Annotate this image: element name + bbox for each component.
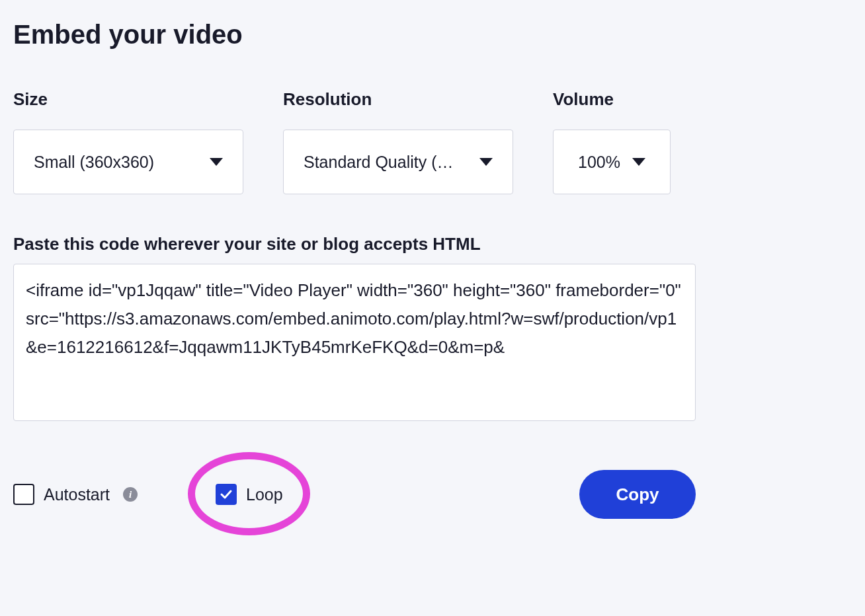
- size-select-value: Small (360x360): [34, 153, 154, 172]
- size-field-group: Size Small (360x360): [13, 89, 243, 194]
- caret-down-icon: [632, 158, 645, 166]
- options-row: Size Small (360x360) Resolution Standard…: [13, 89, 852, 194]
- caret-down-icon: [479, 158, 493, 166]
- loop-option: Loop: [216, 484, 283, 505]
- size-label: Size: [13, 89, 243, 110]
- volume-select-value: 100%: [578, 153, 620, 172]
- size-select[interactable]: Small (360x360): [13, 130, 243, 194]
- embed-code-textarea[interactable]: <iframe id="vp1Jqqaw" title="Video Playe…: [13, 264, 696, 421]
- resolution-field-group: Resolution Standard Quality (…: [283, 89, 513, 194]
- resolution-select-value: Standard Quality (…: [304, 153, 454, 172]
- copy-button[interactable]: Copy: [579, 470, 696, 519]
- info-icon[interactable]: i: [123, 487, 138, 502]
- autostart-option: Autostart i: [13, 484, 138, 505]
- page-title: Embed your video: [13, 20, 852, 50]
- loop-label: Loop: [246, 485, 283, 504]
- autostart-label: Autostart: [44, 485, 110, 504]
- resolution-select[interactable]: Standard Quality (…: [283, 130, 513, 194]
- volume-field-group: Volume 100%: [553, 89, 671, 194]
- bottom-row: Autostart i Loop Copy: [13, 421, 696, 519]
- autostart-checkbox[interactable]: [13, 484, 34, 505]
- loop-checkbox[interactable]: [216, 484, 237, 505]
- caret-down-icon: [210, 158, 223, 166]
- embed-code-label: Paste this code wherever your site or bl…: [13, 234, 852, 254]
- volume-select[interactable]: 100%: [553, 130, 671, 194]
- resolution-label: Resolution: [283, 89, 513, 110]
- volume-label: Volume: [553, 89, 671, 110]
